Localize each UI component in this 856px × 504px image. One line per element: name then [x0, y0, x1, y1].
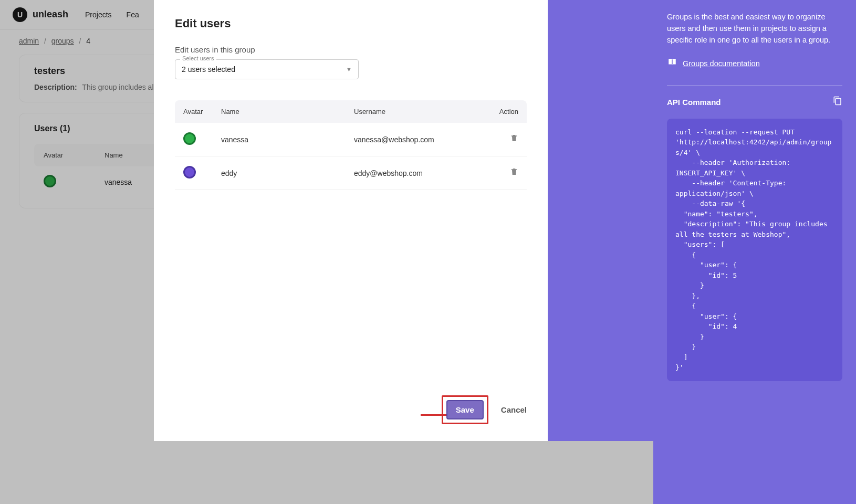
- th-name: Name: [221, 108, 354, 116]
- api-code-block: curl --location --request PUT 'http://lo…: [667, 119, 842, 381]
- save-highlight-box: Save: [442, 395, 488, 424]
- table-header: Avatar Name Username Action: [175, 100, 527, 123]
- modal-title: Edit users: [175, 17, 527, 30]
- sidebar-intro: Groups is the best and easiest way to or…: [667, 12, 842, 46]
- select-users-dropdown[interactable]: 2 users selected ▼: [175, 59, 359, 79]
- table-row: eddy eddy@webshop.com: [175, 156, 527, 190]
- users-table: Avatar Name Username Action vanessa vane…: [175, 100, 527, 190]
- book-icon: [667, 57, 677, 70]
- trash-icon: [510, 133, 518, 143]
- modal-actions: Save Cancel: [442, 395, 527, 424]
- divider: [667, 85, 842, 86]
- avatar-icon: [183, 166, 196, 178]
- copy-button[interactable]: [833, 96, 842, 109]
- modal-subtitle: Edit users in this group: [175, 45, 527, 54]
- th-username: Username: [354, 108, 487, 116]
- row-name: eddy: [221, 169, 354, 177]
- table-row: vanessa vanessa@webshop.com: [175, 123, 527, 156]
- row-username: vanessa@webshop.com: [354, 135, 487, 144]
- avatar-icon: [183, 132, 196, 145]
- help-sidebar: Groups is the best and easiest way to or…: [653, 0, 856, 504]
- cancel-button[interactable]: Cancel: [501, 405, 527, 414]
- chevron-down-icon: ▼: [346, 66, 352, 72]
- trash-icon: [510, 167, 518, 176]
- row-username: eddy@webshop.com: [354, 169, 487, 177]
- delete-button[interactable]: [510, 134, 518, 145]
- th-action: Action: [487, 108, 518, 116]
- select-label: Select users: [180, 55, 216, 61]
- save-button[interactable]: Save: [446, 400, 484, 419]
- documentation-link[interactable]: Groups documentation: [683, 58, 760, 70]
- delete-button[interactable]: [510, 168, 518, 178]
- row-name: vanessa: [221, 135, 354, 144]
- th-avatar: Avatar: [183, 108, 221, 116]
- select-value: 2 users selected: [182, 65, 235, 74]
- api-command-heading: API Command: [667, 97, 721, 109]
- copy-icon: [833, 96, 842, 106]
